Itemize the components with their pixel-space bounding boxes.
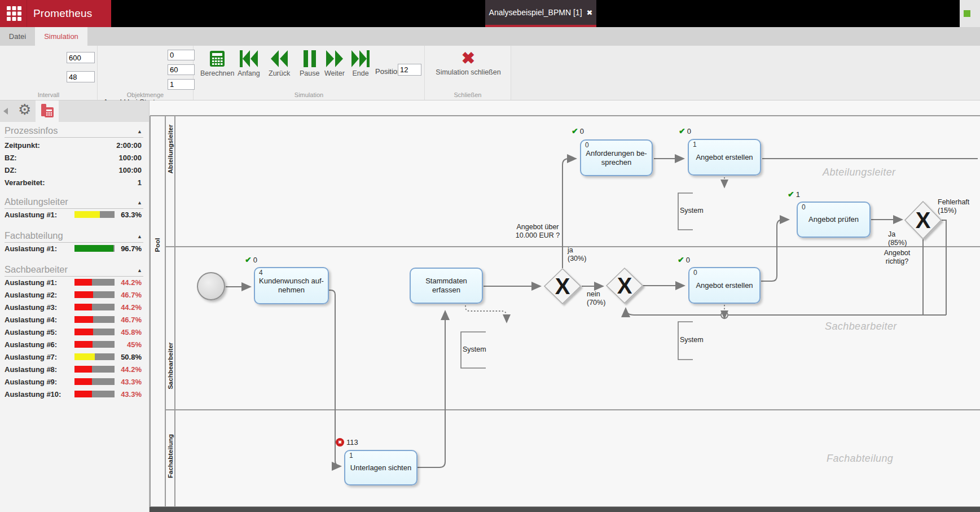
watermark-sachbearbeiter: Sachbearbeiter — [825, 321, 897, 332]
task-token-count: 0 — [802, 203, 806, 211]
task-token-count: 0 — [585, 141, 589, 149]
task-anforderungen-besprechen[interactable]: 0 Anforderungen be- sprechen — [580, 139, 653, 176]
utilization-row: Auslastung #5: 45.8% — [5, 328, 142, 337]
section-abteilungsleiter[interactable]: Abteilungsleiter ▲ — [5, 196, 143, 209]
weiter-button[interactable]: Weiter — [324, 50, 345, 77]
ende-button[interactable]: Ende — [351, 50, 370, 77]
info-row: Zeitpunkt:2:00:00 — [5, 141, 142, 150]
group-intervall: Intervalllänge (sec.) Anzahl Intervalle … — [0, 46, 98, 100]
skip-to-end-icon — [351, 50, 370, 67]
tab-simulation[interactable]: Simulation — [35, 27, 87, 46]
utilization-bar — [74, 391, 115, 397]
flow-label-ja30: ja (30%) — [568, 246, 586, 263]
lane-label-abteilungsleiter: Abteilungsleiter — [167, 104, 174, 194]
watermark-fachabteilung: Fachabteilung — [827, 453, 893, 465]
utilization-bar — [74, 291, 115, 298]
neu-je-intervall-input[interactable] — [168, 79, 195, 90]
ribbon-toolbar: Intervalllänge (sec.) Anzahl Intervalle … — [0, 46, 980, 100]
task-angebot-erstellen-mitte[interactable]: 0 Angebot erstellen — [688, 267, 761, 304]
berechnen-button[interactable]: Berechnen — [200, 50, 234, 77]
intervalllaenge2-input[interactable] — [168, 64, 195, 75]
utilization-row: Auslastung #6: 45% — [5, 340, 142, 349]
flow-label-ja85: Ja (85%) — [888, 230, 907, 247]
task-angebot-erstellen-oben[interactable]: 1 Angebot erstellen — [688, 139, 761, 176]
status-indicator — [964, 10, 970, 17]
completed-badge: ✔0 — [679, 126, 691, 135]
horizontal-scrollbar[interactable] — [150, 507, 980, 512]
task-token-count: 4 — [259, 269, 263, 277]
intervalllaenge-input[interactable] — [67, 52, 95, 63]
document-tab[interactable]: Analysebeispiel_BPMN [1] ✖ — [485, 0, 596, 27]
pause-button[interactable]: Pause — [300, 50, 319, 77]
group-label-intervall: Intervall — [0, 91, 97, 98]
sidebar-icon-row: ⚙ — [0, 100, 149, 122]
check-icon: ✔ — [678, 255, 684, 264]
check-icon: ✔ — [679, 126, 685, 135]
task-token-count: 1 — [693, 141, 697, 148]
utilization-row: Auslastung #2: 46.7% — [5, 291, 142, 300]
completed-badge: ✔0 — [245, 255, 257, 264]
task-token-count: 0 — [693, 269, 697, 277]
collapse-panel-icon[interactable] — [3, 108, 8, 115]
info-row: BZ:100:00 — [5, 154, 142, 163]
check-icon: ✔ — [572, 126, 578, 135]
task-angebot-pruefen[interactable]: 0 Angebot prüfen — [797, 202, 871, 238]
collapse-icon[interactable]: ▲ — [137, 200, 142, 205]
error-icon: ✖ — [336, 438, 344, 447]
flow-label-fehlerhaft: Fehlerhaft (15%) — [938, 198, 969, 215]
check-icon: ✔ — [788, 190, 794, 199]
bpmn-canvas[interactable] — [150, 100, 980, 512]
task-kundenwunsch-aufnehmen[interactable]: 4 Kundenwunsch auf- nehmen — [254, 267, 329, 304]
section-sachbearbeiter[interactable]: Sachbearbeiter ▲ — [5, 264, 143, 277]
rewind-icon — [271, 50, 288, 67]
utilization-row: Auslastung #10: 43.3% — [5, 390, 142, 399]
utilization-bar — [74, 353, 115, 360]
app-window: Prometheus Analysebeispiel_BPMN [1] ✖ Da… — [0, 0, 980, 512]
pause-icon — [304, 50, 316, 67]
utilization-bar — [74, 378, 115, 385]
app-grid-icon[interactable] — [7, 6, 21, 21]
utilization-bar — [74, 366, 115, 373]
utilization-bar — [74, 245, 115, 252]
calculator-icon — [209, 50, 225, 67]
utilization-row: Auslastung #9: 43.3% — [5, 378, 142, 387]
collapse-icon[interactable]: ▲ — [137, 129, 142, 134]
anfang-button[interactable]: Anfang — [238, 50, 260, 77]
utilization-row: Auslastung #1: 44.2% — [5, 278, 142, 287]
zurueck-button[interactable]: Zurück — [269, 50, 290, 77]
info-row: DZ:100:00 — [5, 166, 142, 175]
group-objektmenge: Anzahl bei Start Intervalllänge (sec.) N… — [98, 46, 194, 100]
section-prozessinfos[interactable]: Prozessinfos ▲ — [5, 125, 143, 138]
group-label-schliessen: Schließen — [425, 91, 511, 98]
anzahl-intervalle-input[interactable] — [67, 71, 95, 82]
utilization-row: Auslastung #1: 63.3% — [5, 211, 142, 220]
utilization-bar — [74, 211, 115, 218]
lane-label-fachabteilung: Fachabteilung — [167, 411, 174, 501]
utilization-row: Auslastung #7: 50.8% — [5, 353, 142, 362]
start-event[interactable] — [197, 272, 225, 300]
collapse-icon[interactable]: ▲ — [137, 234, 142, 239]
gear-icon[interactable]: ⚙ — [18, 101, 31, 119]
report-device-icon[interactable] — [40, 104, 54, 119]
utilization-bar — [74, 316, 115, 323]
menu-bar: Datei Simulation — [0, 27, 980, 46]
task-stammdaten-erfassen[interactable]: Stammdaten erfassen — [410, 268, 483, 304]
collapse-icon[interactable]: ▲ — [137, 268, 142, 273]
utilization-bar — [74, 341, 115, 348]
utilization-row: Auslastung #1: 96.7% — [5, 244, 142, 253]
task-unterlagen-sichten[interactable]: 1 Unterlagen sichten — [344, 450, 418, 485]
section-fachabteilung[interactable]: Fachabteilung ▲ — [5, 230, 143, 243]
anzahl-bei-start-input[interactable] — [168, 50, 195, 60]
group-label-simulation: Simulation — [194, 91, 424, 98]
tab-datei[interactable]: Datei — [0, 27, 36, 46]
position-input[interactable] — [398, 64, 421, 76]
simulation-schliessen-button[interactable]: ✖ Simulation schließen — [432, 50, 505, 76]
system-annotation: System — [680, 336, 704, 344]
app-brand: Prometheus — [0, 0, 111, 27]
flow-label-nein70: nein (70%) — [587, 290, 605, 307]
system-annotation: System — [463, 345, 486, 353]
completed-badge: ✔1 — [788, 190, 800, 199]
brand-divider — [27, 0, 27, 27]
toolbar-filler — [511, 46, 980, 100]
document-tab-close-icon[interactable]: ✖ — [587, 8, 593, 17]
